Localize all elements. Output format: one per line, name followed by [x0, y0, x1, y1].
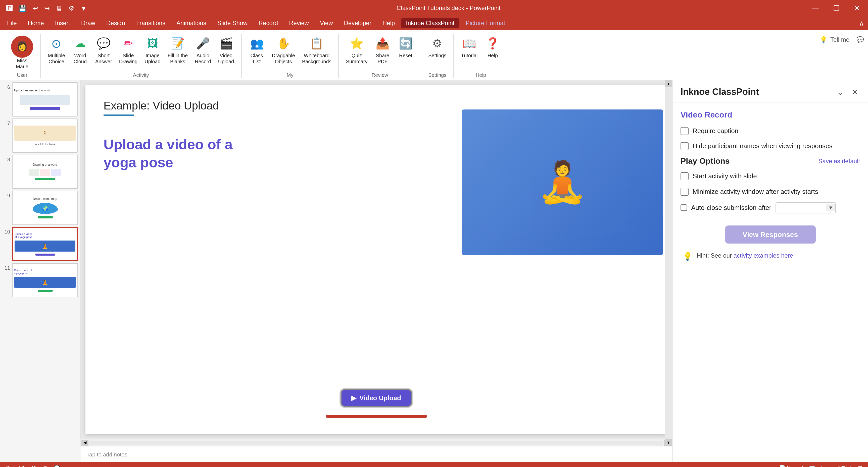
start-with-slide-label: Start activity with slide: [692, 172, 757, 181]
minimize-window-label: Minimize activity window after activity …: [692, 187, 818, 196]
hide-names-checkbox[interactable]: [681, 142, 688, 150]
present-btn[interactable]: 🖥: [54, 3, 64, 13]
draggable-objects-btn[interactable]: ✋ DraggableObjects: [269, 34, 298, 66]
status-fit-btn[interactable]: ⊞: [858, 465, 862, 467]
customize-btn[interactable]: ⚙: [66, 3, 76, 13]
menu-view[interactable]: View: [315, 18, 338, 28]
close-btn[interactable]: ✕: [850, 3, 864, 13]
multiple-choice-label: MultipleChoice: [48, 53, 65, 65]
redo-btn[interactable]: ↪: [42, 3, 52, 13]
status-bar: Slide 10 of 15 🗒 💬 📄 Normal 📖 ▶ — 57% + …: [0, 462, 868, 467]
undo-btn[interactable]: ↩: [31, 3, 40, 13]
notes-placeholder[interactable]: Tap to add notes: [87, 451, 127, 457]
help-label: Help: [488, 53, 498, 59]
save-btn[interactable]: 💾: [17, 3, 29, 13]
menu-record[interactable]: Record: [254, 18, 283, 28]
slide-content-8: Drawing of a word: [12, 155, 78, 188]
menu-design[interactable]: Design: [101, 18, 130, 28]
vertical-scrollbar[interactable]: ▲ ▼: [665, 80, 672, 446]
quiz-summary-btn[interactable]: ⭐ QuizSummary: [343, 34, 371, 66]
panel-content: Video Record Require caption Hide partic…: [673, 102, 868, 462]
scroll-up-btn[interactable]: ▲: [665, 80, 672, 88]
slide-thumb-10[interactable]: 10 Upload a videoof a yoga pose 🧘: [2, 227, 78, 261]
menu-file[interactable]: File: [2, 18, 22, 28]
slide-thumb-9[interactable]: 9 Draw a world map 🌍: [2, 191, 78, 225]
start-with-slide-row: Start activity with slide: [681, 172, 860, 181]
scroll-left-btn[interactable]: ◀: [82, 440, 89, 446]
word-cloud-btn[interactable]: ☁ WordCloud: [69, 34, 91, 66]
horizontal-scrollbar[interactable]: ◀ ▶: [81, 439, 672, 446]
ribbon-group-my-buttons: 👥 ClassList ✋ DraggableObjects 📋 Whitebo…: [246, 34, 335, 71]
hide-names-row: Hide participant names when viewing resp…: [681, 142, 860, 151]
slide-yoga-image: 🧘: [462, 109, 663, 255]
slide-preview-11: Record audio ofa yoga pose 🧘: [12, 263, 78, 297]
image-upload-btn[interactable]: 🖼 ImageUpload: [142, 34, 164, 66]
restore-btn[interactable]: ❐: [829, 3, 844, 13]
status-normal-view[interactable]: 📄 Normal: [779, 465, 803, 467]
settings-group-label: Settings: [428, 72, 446, 78]
menu-review[interactable]: Review: [284, 18, 314, 28]
slide-thumb-7[interactable]: 7 🪑 Complete the blanks: [2, 119, 78, 153]
minimize-window-checkbox[interactable]: [681, 188, 688, 196]
menu-developer[interactable]: Developer: [339, 18, 376, 28]
scroll-down-btn[interactable]: ▼: [665, 439, 672, 446]
slide-thumb-8[interactable]: 8 Drawing of a word: [2, 155, 78, 189]
settings-btn[interactable]: ⚙ Settings: [425, 34, 449, 60]
menu-insert[interactable]: Insert: [50, 18, 75, 28]
view-responses-btn[interactable]: View Responses: [725, 226, 815, 243]
save-default-link[interactable]: Save as default: [818, 158, 860, 165]
menu-home[interactable]: Home: [23, 18, 49, 28]
slide-num-8: 8: [2, 157, 10, 162]
menu-help[interactable]: Help: [377, 18, 400, 28]
word-cloud-icon: ☁: [72, 36, 88, 52]
hint-examples-link[interactable]: activity examples here: [734, 252, 793, 259]
menu-draw[interactable]: Draw: [76, 18, 100, 28]
slide-drawing-btn[interactable]: ✏ SlideDrawing: [116, 34, 141, 66]
menu-picture-format[interactable]: Picture Format: [461, 18, 510, 28]
settings-icon: ⚙: [429, 36, 445, 52]
audio-record-btn[interactable]: 🎤 AudioRecord: [192, 34, 214, 66]
fill-blanks-btn[interactable]: 📝 Fill in theBlanks: [165, 34, 191, 66]
play-options-title: Play Options: [681, 157, 730, 166]
tell-me-search[interactable]: 💡 Tell me 💬: [820, 36, 864, 43]
video-upload-slide-btn[interactable]: ▶ Video Upload: [341, 390, 411, 406]
status-slideshow-view[interactable]: ▶: [821, 465, 825, 467]
more-btn[interactable]: ▼: [79, 3, 89, 13]
slide-thumb-11[interactable]: 11 Record audio ofa yoga pose 🧘: [2, 263, 78, 297]
ribbon-collapse-btn[interactable]: ∧: [857, 18, 866, 28]
video-upload-slide-label: Video Upload: [359, 394, 401, 402]
panel-close-btn[interactable]: ✕: [849, 87, 860, 98]
user-avatar-btn[interactable]: 👩 MissMarie: [8, 34, 36, 71]
short-answer-btn[interactable]: 💬 ShortAnswer: [92, 34, 115, 66]
slide-preview-10: Upload a videoof a yoga pose 🧘: [12, 227, 78, 261]
menu-classpoint[interactable]: Inknoe ClassPoint: [401, 18, 459, 28]
auto-close-input[interactable]: [776, 203, 826, 213]
panel-expand-btn[interactable]: ⌄: [835, 87, 845, 98]
ribbon-group-user: 👩 MissMarie User: [4, 34, 41, 78]
auto-close-dropdown-arrow[interactable]: ▼: [826, 204, 835, 212]
menu-slideshow[interactable]: Slide Show: [212, 18, 253, 28]
auto-close-checkbox[interactable]: [681, 205, 687, 211]
ribbon-group-settings-buttons: ⚙ Settings: [425, 34, 449, 71]
minimize-btn[interactable]: —: [808, 3, 823, 13]
multiple-choice-btn[interactable]: ⊙ MultipleChoice: [45, 34, 68, 66]
menu-bar: File Home Insert Draw Design Transitions…: [0, 16, 868, 30]
tutorial-btn[interactable]: 📖 Tutorial: [458, 34, 481, 60]
slide-content-6: Upload an image of a word: [12, 83, 78, 116]
fill-blanks-label: Fill in theBlanks: [167, 53, 188, 65]
reset-btn[interactable]: 🔄 Reset: [395, 34, 417, 60]
share-pdf-btn[interactable]: 📤 SharePDF: [371, 34, 394, 66]
video-upload-btn[interactable]: 🎬 VideoUpload: [215, 34, 237, 66]
class-list-btn[interactable]: 👥 ClassList: [246, 34, 268, 66]
ribbon-group-activity-buttons: ⊙ MultipleChoice ☁ WordCloud 💬 ShortAnsw…: [45, 34, 237, 71]
help-group-label: Help: [476, 72, 486, 78]
whiteboard-bg-btn[interactable]: 📋 WhiteboardBackgrounds: [299, 34, 335, 66]
title-bar: 🅿 💾 ↩ ↪ 🖥 ⚙ ▼ ClassPoint Tutorials deck …: [0, 0, 868, 16]
menu-transitions[interactable]: Transitions: [131, 18, 170, 28]
slide-thumb-6[interactable]: 6 Upload an image of a word: [2, 82, 78, 116]
menu-animations[interactable]: Animations: [172, 18, 211, 28]
require-caption-checkbox[interactable]: [681, 127, 688, 135]
start-with-slide-checkbox[interactable]: [681, 172, 688, 180]
status-reading-view[interactable]: 📖: [809, 465, 815, 467]
help-btn[interactable]: ❓ Help: [482, 34, 504, 60]
